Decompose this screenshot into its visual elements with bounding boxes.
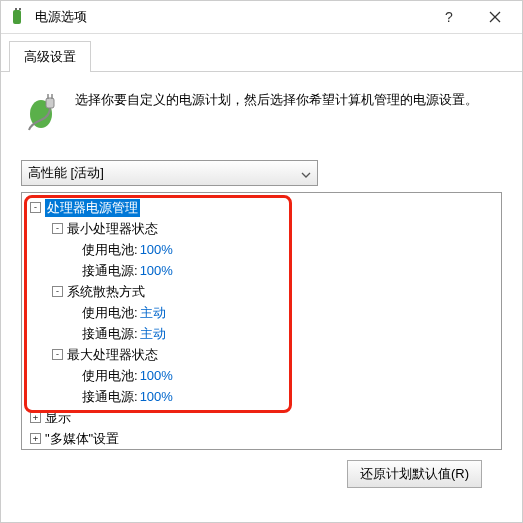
tree-label: 处理器电源管理 — [45, 199, 140, 217]
help-button[interactable]: ? — [426, 2, 472, 32]
tree-label: 最大处理器状态 — [67, 346, 158, 364]
power-plan-combobox[interactable]: 高性能 [活动] — [21, 160, 318, 186]
leaf-value[interactable]: 主动 — [140, 325, 166, 343]
app-icon — [9, 8, 27, 26]
collapse-icon[interactable]: - — [52, 286, 63, 297]
tree-label: "多媒体"设置 — [45, 430, 119, 448]
tree-leaf-cooling-battery[interactable]: 使用电池: 主动 — [24, 302, 499, 323]
window-title: 电源选项 — [35, 8, 426, 26]
description-row: 选择你要自定义的电源计划，然后选择你希望计算机管理的电源设置。 — [21, 90, 502, 132]
expand-icon[interactable]: + — [30, 412, 41, 423]
collapse-icon[interactable]: - — [52, 349, 63, 360]
leaf-value[interactable]: 主动 — [140, 304, 166, 322]
leaf-value[interactable]: 100% — [140, 389, 173, 404]
leaf-label: 使用电池: — [82, 367, 138, 385]
leaf-label: 使用电池: — [82, 241, 138, 259]
tree-node-max-processor[interactable]: - 最大处理器状态 — [24, 344, 499, 365]
collapse-icon[interactable]: - — [30, 202, 41, 213]
leaf-value[interactable]: 100% — [140, 263, 173, 278]
tree-label: 系统散热方式 — [67, 283, 145, 301]
tree-node-display[interactable]: + 显示 — [24, 407, 499, 428]
svg-rect-2 — [19, 8, 21, 10]
settings-tree[interactable]: - 处理器电源管理 - 最小处理器状态 使用电池: 100% 接通电源: 100… — [21, 192, 502, 450]
tree-leaf-max-ac[interactable]: 接通电源: 100% — [24, 386, 499, 407]
leaf-label: 接通电源: — [82, 325, 138, 343]
tree-label: 最小处理器状态 — [67, 220, 158, 238]
tree-leaf-min-battery[interactable]: 使用电池: 100% — [24, 239, 499, 260]
description-text: 选择你要自定义的电源计划，然后选择你希望计算机管理的电源设置。 — [75, 90, 478, 111]
leaf-label: 使用电池: — [82, 304, 138, 322]
footer: 还原计划默认值(R) — [21, 450, 502, 504]
titlebar: 电源选项 ? — [1, 1, 522, 33]
svg-rect-1 — [15, 8, 17, 10]
tree-leaf-min-ac[interactable]: 接通电源: 100% — [24, 260, 499, 281]
power-plug-icon — [21, 90, 63, 132]
content-area: 选择你要自定义的电源计划，然后选择你希望计算机管理的电源设置。 高性能 [活动]… — [1, 72, 522, 522]
close-button[interactable] — [472, 2, 518, 32]
titlebar-separator — [1, 33, 522, 34]
tab-strip: 高级设置 — [1, 36, 522, 72]
leaf-value[interactable]: 100% — [140, 368, 173, 383]
tree-node-multimedia[interactable]: + "多媒体"设置 — [24, 428, 499, 449]
expand-icon[interactable]: + — [30, 433, 41, 444]
tree-leaf-cooling-ac[interactable]: 接通电源: 主动 — [24, 323, 499, 344]
tree-node-cooling[interactable]: - 系统散热方式 — [24, 281, 499, 302]
collapse-icon[interactable]: - — [52, 223, 63, 234]
combo-selected-text: 高性能 [活动] — [28, 164, 104, 182]
leaf-label: 接通电源: — [82, 262, 138, 280]
power-options-window: 电源选项 ? 高级设置 选择你要自定义的电源计划，然后选择你希望计算机管理的电源… — [0, 0, 523, 523]
tree-leaf-max-battery[interactable]: 使用电池: 100% — [24, 365, 499, 386]
leaf-label: 接通电源: — [82, 388, 138, 406]
tree-node-min-processor[interactable]: - 最小处理器状态 — [24, 218, 499, 239]
svg-rect-0 — [13, 10, 21, 24]
tree-label: 显示 — [45, 409, 71, 427]
tab-advanced-settings[interactable]: 高级设置 — [9, 41, 91, 72]
restore-defaults-button[interactable]: 还原计划默认值(R) — [347, 460, 482, 488]
tree-node-processor-power[interactable]: - 处理器电源管理 — [24, 197, 499, 218]
leaf-value[interactable]: 100% — [140, 242, 173, 257]
chevron-down-icon — [301, 166, 311, 181]
svg-rect-6 — [46, 98, 54, 108]
